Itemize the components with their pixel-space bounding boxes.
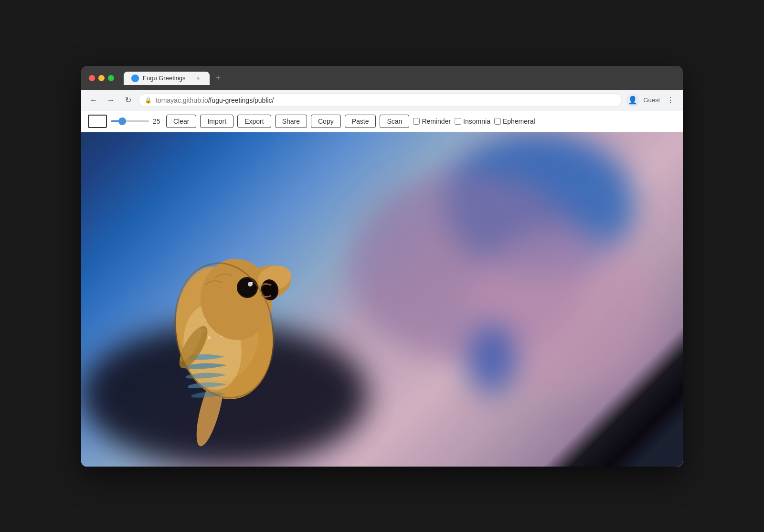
- tab-favicon: 🌐: [131, 74, 139, 82]
- maximize-button[interactable]: [108, 75, 114, 81]
- forward-button[interactable]: →: [104, 94, 117, 107]
- profile-icon: 👤: [628, 96, 637, 105]
- back-icon: ←: [90, 96, 97, 105]
- svg-point-20: [251, 282, 253, 284]
- refresh-icon: ↻: [125, 96, 131, 105]
- title-bar-top: 🌐 Fugu Greetings × +: [89, 72, 675, 90]
- insomnia-checkbox[interactable]: [455, 118, 461, 125]
- color-swatch[interactable]: [88, 115, 107, 128]
- paste-button[interactable]: Paste: [345, 115, 376, 128]
- bg-decoration: [468, 323, 516, 395]
- toolbar: 25 Clear Import Export Share Copy Paste …: [81, 111, 683, 132]
- close-button[interactable]: [89, 75, 95, 81]
- page-content: 25 Clear Import Export Share Copy Paste …: [81, 111, 683, 467]
- url-path: /fugu-greetings/public/: [208, 96, 274, 104]
- active-tab[interactable]: 🌐 Fugu Greetings ×: [124, 72, 210, 85]
- copy-button[interactable]: Copy: [311, 115, 341, 128]
- brush-size-slider[interactable]: [111, 120, 149, 122]
- nav-bar: ← → ↻ 🔒 tomayac.github.io/fugu-greetings…: [81, 90, 683, 111]
- slider-container: 25: [111, 117, 162, 125]
- export-button[interactable]: Export: [237, 115, 271, 128]
- share-button[interactable]: Share: [275, 115, 307, 128]
- tab-title: Fugu Greetings: [143, 74, 191, 82]
- fish-svg: [129, 190, 310, 452]
- browser-menu-button[interactable]: ⋮: [664, 94, 677, 107]
- globe-icon: 🌐: [132, 75, 138, 81]
- import-button[interactable]: Import: [200, 115, 233, 128]
- ephemeral-label: Ephemeral: [503, 117, 535, 125]
- canvas-area[interactable]: [81, 132, 683, 467]
- scan-button[interactable]: Scan: [380, 115, 409, 128]
- lock-icon: 🔒: [145, 97, 152, 104]
- slider-value: 25: [153, 117, 162, 125]
- url-display: tomayac.github.io/fugu-greetings/public/: [156, 96, 616, 104]
- back-button[interactable]: ←: [87, 94, 100, 107]
- reminder-checkbox[interactable]: [413, 118, 420, 125]
- minimize-button[interactable]: [98, 75, 105, 81]
- reminder-label: Reminder: [422, 117, 451, 125]
- refresh-button[interactable]: ↻: [121, 94, 135, 107]
- profile-button[interactable]: 👤: [626, 94, 639, 107]
- svg-point-18: [240, 280, 255, 295]
- traffic-lights: [89, 75, 114, 81]
- address-bar[interactable]: 🔒 tomayac.github.io/fugu-greetings/publi…: [138, 94, 622, 107]
- browser-window: 🌐 Fugu Greetings × + ← → ↻ 🔒 tomayac.git…: [81, 66, 683, 467]
- forward-icon: →: [107, 96, 115, 105]
- tab-bar: 🌐 Fugu Greetings × +: [124, 72, 225, 85]
- insomnia-checkbox-label[interactable]: Insomnia: [455, 117, 490, 125]
- fish-image: [129, 190, 310, 452]
- guest-label: Guest: [643, 96, 660, 104]
- insomnia-label: Insomnia: [463, 117, 490, 125]
- url-base: tomayac.github.io: [156, 96, 208, 104]
- tab-close-button[interactable]: ×: [194, 74, 202, 82]
- ephemeral-checkbox-label[interactable]: Ephemeral: [494, 117, 535, 125]
- reminder-checkbox-label[interactable]: Reminder: [413, 117, 451, 125]
- title-bar: 🌐 Fugu Greetings × +: [81, 66, 683, 90]
- new-tab-button[interactable]: +: [212, 72, 225, 85]
- clear-button[interactable]: Clear: [166, 115, 196, 128]
- svg-point-11: [208, 336, 211, 339]
- ephemeral-checkbox[interactable]: [494, 118, 501, 125]
